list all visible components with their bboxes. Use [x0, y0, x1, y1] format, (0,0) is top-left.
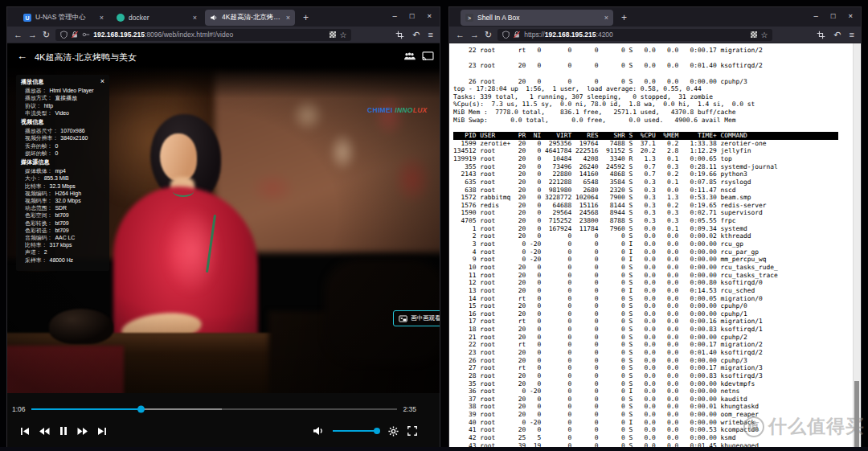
terminal-line: 27 root rt 0 0 0 0 S 0.0 0.0 0:00.17 mig… [453, 364, 861, 372]
progress-fill [31, 408, 141, 411]
forward-button[interactable]: → [470, 31, 479, 39]
syncplay-people-icon[interactable] [403, 51, 416, 61]
tab-close-icon[interactable]: × [98, 14, 104, 22]
terminal-line: 1590 root 20 0 29564 24568 8944 S 0.3 0.… [453, 209, 861, 217]
scene-mural [215, 69, 440, 252]
tab-video-active[interactable]: 4K超高清-北京烤鸭与美女 × [205, 10, 295, 26]
forward-button[interactable]: → [28, 31, 37, 39]
permission-key-icon[interactable] [82, 31, 90, 38]
video-title: 4K超高清-北京烤鸭与美女 [35, 51, 137, 64]
maximize-button[interactable]: □ [831, 11, 836, 20]
info-label: 播放器尺寸： [25, 127, 58, 134]
close-button[interactable]: × [427, 11, 432, 20]
terminal-line: 10 root 20 0 0 0 0 S 0.0 0.0 0:00.00 rcu… [453, 264, 861, 272]
info-section-heading: 视频信息 [21, 119, 104, 126]
terminal-scrollbar[interactable] [853, 43, 860, 450]
back-button[interactable]: ← [14, 31, 23, 39]
fast-forward-button[interactable] [73, 422, 92, 440]
previous-track-button[interactable] [15, 422, 35, 440]
info-row: 损坏的帧：0 [21, 150, 104, 157]
info-label: 比特率： [25, 182, 47, 190]
volume-slider[interactable] [333, 430, 379, 433]
close-button[interactable]: × [848, 11, 853, 20]
tab-docker[interactable]: docker × [112, 10, 202, 26]
insecure-lock-icon[interactable] [71, 31, 79, 39]
tab-close-icon[interactable]: × [191, 14, 197, 22]
playback-info-panel: × 播放信息播放器：Html Video Player播放方式：直接播放协议：h… [16, 75, 109, 271]
pip-button[interactable]: 画中画观看 [393, 310, 440, 326]
player-back-icon[interactable]: ← [17, 50, 27, 62]
screenshot-crop-icon[interactable] [395, 31, 404, 39]
info-row: 音频编码：AAC LC [21, 234, 104, 241]
rewind-button[interactable] [35, 422, 54, 440]
screenshot-crop-icon[interactable] [817, 31, 825, 39]
restore-undo-icon[interactable]: ↶ [833, 30, 841, 40]
insecure-lock-icon[interactable] [513, 31, 521, 39]
info-label: 色彩初选： [25, 227, 52, 234]
info-label: 串流类型： [25, 109, 52, 117]
menu-hamburger-icon[interactable]: ≡ [428, 30, 433, 39]
scene-dress-highlight [164, 207, 220, 295]
tab-title: U-NAS 管理中心 [35, 13, 94, 23]
reload-button[interactable]: ↻ [43, 31, 50, 39]
seek-handle[interactable] [137, 406, 145, 413]
info-label: 动态范围： [25, 204, 52, 211]
address-bar[interactable]: https://192.168.195.215:4200 ☆ [497, 29, 772, 41]
address-bar[interactable]: 192.168.195.215:8096/web/index.html#!/vi… [55, 29, 351, 41]
settings-gear-icon[interactable] [388, 426, 399, 437]
terminal-line: 36 root 0 -20 0 0 0 I 0.0 0.0 0:00.00 ne… [453, 387, 861, 396]
info-section-heading: 播放信息 [21, 79, 104, 86]
terminal-line: 38 root 20 0 0 0 0 S 0.0 0.0 0:00.01 khu… [453, 403, 861, 411]
buffered-segment [141, 408, 221, 411]
tab-unas[interactable]: U U-NAS 管理中心 × [18, 10, 108, 26]
terminal-output[interactable]: 22 root rt 0 0 0 0 S 0.0 0.0 0:00.17 mig… [449, 43, 861, 450]
new-tab-button[interactable]: + [616, 12, 632, 23]
tab-shell[interactable]: > Shell In A Box × [461, 10, 613, 26]
reload-button[interactable]: ↻ [485, 31, 492, 39]
menu-hamburger-icon[interactable]: ≡ [850, 30, 854, 39]
next-track-button[interactable] [92, 422, 112, 440]
pip-icon [399, 315, 407, 322]
info-row: 播放器尺寸：1070x986 [21, 127, 104, 134]
shellinabox-page: 22 root rt 0 0 0 0 S 0.0 0.0 0:00.17 mig… [449, 43, 861, 450]
terminal-line: 635 root 20 0 221288 6548 3584 S 0.3 0.1… [453, 178, 861, 187]
terminal-line: 37 root 20 0 0 0 0 S 0.0 0.0 0:00.00 kau… [453, 396, 861, 404]
bookmark-star-icon[interactable]: ☆ [760, 31, 768, 39]
info-value: 2 [44, 248, 47, 256]
scrollbar-thumb[interactable] [854, 381, 859, 449]
panel-close-icon[interactable]: × [100, 78, 104, 85]
info-label: 声道： [25, 248, 42, 256]
terminal-line: 22 root rt 0 0 0 0 S 0.0 0.0 0:00.17 mig… [453, 47, 861, 55]
new-tab-button[interactable]: + [298, 12, 313, 23]
cast-icon[interactable] [422, 51, 434, 61]
seek-bar[interactable] [31, 408, 398, 411]
extension-grid-icon[interactable] [330, 31, 336, 38]
maximize-button[interactable]: □ [410, 11, 415, 20]
info-value: 855.3 MiB [44, 174, 69, 182]
back-button[interactable]: ← [456, 31, 465, 39]
shield-icon[interactable] [60, 31, 68, 39]
shield-icon[interactable] [502, 31, 510, 39]
info-label: 采样率： [25, 256, 47, 264]
tab-close-icon[interactable]: × [603, 14, 608, 22]
total-duration: 2:35 [403, 405, 416, 413]
browser-window-right: > Shell In A Box × + – □ × ← → ↻ https:/… [448, 6, 862, 451]
minimize-button[interactable]: – [813, 11, 817, 20]
volume-handle[interactable] [374, 428, 380, 434]
player-controls-bar: 1:06 2:35 [7, 393, 440, 450]
info-row: 声道：2 [21, 248, 104, 256]
extension-grid-icon[interactable] [751, 31, 757, 38]
pause-button[interactable] [54, 422, 73, 440]
restore-undo-icon[interactable]: ↶ [412, 30, 420, 40]
fullscreen-icon[interactable] [407, 426, 417, 436]
terminal-line: Tasks: 339 total, 1 running, 307 sleepin… [453, 93, 861, 101]
info-value: 0 [55, 150, 58, 157]
volume-icon[interactable] [313, 426, 324, 436]
tab-close-icon[interactable]: × [285, 14, 290, 22]
minimize-button[interactable]: – [392, 11, 396, 20]
tab-audio-icon[interactable] [210, 14, 218, 22]
bookmark-star-icon[interactable]: ☆ [339, 31, 346, 39]
docker-favicon [117, 14, 125, 22]
info-value: 48000 Hz [50, 256, 74, 264]
info-section: 播放信息播放器：Html Video Player播放方式：直接播放协议：htt… [21, 79, 104, 117]
